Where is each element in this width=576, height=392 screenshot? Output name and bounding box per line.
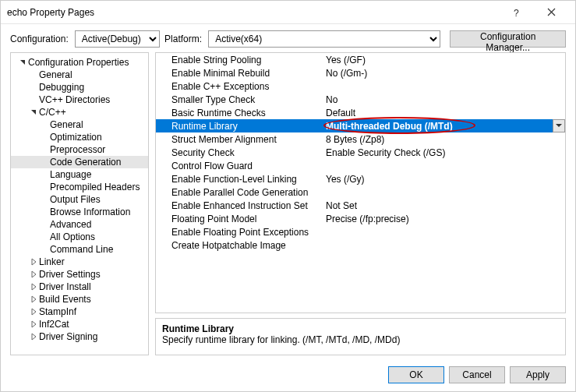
grid-row[interactable]: Create Hotpatchable Image <box>156 238 565 252</box>
tree-item[interactable]: Driver Settings <box>11 268 148 281</box>
tree-item-label: Language <box>50 169 91 180</box>
tree-item[interactable]: Build Events <box>11 293 148 305</box>
tree-item-label: Code Generation <box>50 157 121 168</box>
tree-item-label: All Options <box>50 231 95 242</box>
tree-item[interactable]: Code Generation <box>11 156 148 168</box>
description-text: Specify runtime library for linking. (/M… <box>162 334 559 345</box>
grid-row[interactable]: Enable Enhanced Instruction SetNot Set <box>156 199 565 212</box>
chevron-down-icon[interactable] <box>19 58 28 66</box>
chevron-right-icon[interactable] <box>30 295 39 303</box>
grid-label: Basic Runtime Checks <box>171 108 326 118</box>
tree-item[interactable]: Configuration Properties <box>11 56 148 69</box>
grid-value: Default <box>326 108 565 118</box>
tree-item-label: Browse Information <box>50 207 130 217</box>
grid-value: Not Set <box>326 200 565 211</box>
grid-label: Enable Minimal Rebuild <box>171 68 326 79</box>
tree-item-label: Build Events <box>39 294 91 305</box>
grid-value: No (/Gm-) <box>326 68 565 79</box>
property-grid[interactable]: Enable String PoolingYes (/GF)Enable Min… <box>155 52 566 313</box>
tree-item[interactable]: Precompiled Headers <box>11 181 148 193</box>
help-icon[interactable]: ? <box>499 2 534 23</box>
tree-pane[interactable]: Configuration PropertiesGeneralDebugging… <box>10 52 149 355</box>
tree-item[interactable]: Optimization <box>11 131 148 143</box>
tree-item[interactable]: C/C++ <box>11 106 148 118</box>
tree-item[interactable]: StampInf <box>11 305 148 318</box>
grid-row[interactable]: Enable String PoolingYes (/GF) <box>156 53 565 66</box>
grid-row[interactable]: Enable Minimal RebuildNo (/Gm-) <box>156 66 565 79</box>
titlebar: echo Property Pages ? <box>1 1 575 24</box>
grid-label: Runtime Library <box>171 121 326 132</box>
chevron-right-icon[interactable] <box>30 308 39 316</box>
grid-row[interactable]: Enable Function-Level LinkingYes (/Gy) <box>156 172 565 185</box>
config-label: Configuration: <box>10 34 69 44</box>
tree-item-label: Preprocessor <box>50 144 105 155</box>
tree-item[interactable]: General <box>11 118 148 131</box>
footer: OK Cancel Apply <box>1 362 575 391</box>
grid-label: Smaller Type Check <box>171 94 326 105</box>
grid-row[interactable]: Smaller Type CheckNo <box>156 93 565 106</box>
tree-item-label: StampInf <box>39 306 76 317</box>
grid-row[interactable]: Struct Member Alignment8 Bytes (/Zp8) <box>156 132 565 146</box>
chevron-right-icon[interactable] <box>30 258 39 266</box>
tree-item-label: Configuration Properties <box>28 57 129 68</box>
tree-item[interactable]: Advanced <box>11 218 148 231</box>
grid-value: Yes (/Gy) <box>326 174 565 185</box>
tree-item[interactable]: Driver Signing <box>11 330 148 343</box>
grid-label: Enable String Pooling <box>171 55 326 65</box>
tree-item-label: VC++ Directories <box>39 94 110 105</box>
tree-item[interactable]: VC++ Directories <box>11 94 148 106</box>
tree-item-label: Command Line <box>50 244 113 255</box>
tree-item[interactable]: Command Line <box>11 243 148 256</box>
grid-label: Enable Enhanced Instruction Set <box>171 200 326 211</box>
grid-value: Yes (/GF) <box>326 55 565 65</box>
grid-label: Enable Parallel Code Generation <box>171 187 326 198</box>
tree-item[interactable]: Browse Information <box>11 206 148 218</box>
dropdown-icon[interactable] <box>553 119 565 132</box>
close-icon[interactable] <box>534 2 569 23</box>
grid-row[interactable]: Enable C++ Exceptions <box>156 79 565 93</box>
grid-row[interactable]: Basic Runtime ChecksDefault <box>156 106 565 119</box>
grid-row[interactable]: Runtime LibraryMulti-threaded Debug (/MT… <box>156 119 565 132</box>
config-select[interactable]: Active(Debug) <box>75 30 160 48</box>
cancel-button[interactable]: Cancel <box>449 366 505 383</box>
chevron-right-icon[interactable] <box>30 270 39 278</box>
config-row: Configuration: Active(Debug) Platform: A… <box>1 24 575 52</box>
grid-value: Precise (/fp:precise) <box>326 214 565 224</box>
grid-label: Control Flow Guard <box>171 161 326 171</box>
chevron-right-icon[interactable] <box>30 283 39 291</box>
tree-item-label: Precompiled Headers <box>50 182 140 192</box>
tree-item[interactable]: General <box>11 69 148 81</box>
tree-item[interactable]: Debugging <box>11 81 148 94</box>
apply-button[interactable]: Apply <box>510 366 566 383</box>
grid-row[interactable]: Enable Floating Point Exceptions <box>156 225 565 238</box>
config-manager-button[interactable]: Configuration Manager... <box>450 30 566 48</box>
svg-text:?: ? <box>514 8 519 18</box>
tree-item-label: Advanced <box>50 219 91 230</box>
chevron-right-icon[interactable] <box>30 333 39 341</box>
grid-row[interactable]: Enable Parallel Code Generation <box>156 185 565 199</box>
grid-row[interactable]: Floating Point ModelPrecise (/fp:precise… <box>156 212 565 225</box>
grid-row[interactable]: Security CheckEnable Security Check (/GS… <box>156 146 565 159</box>
grid-row[interactable]: Control Flow Guard <box>156 159 565 172</box>
grid-label: Create Hotpatchable Image <box>171 240 326 251</box>
tree-item[interactable]: Inf2Cat <box>11 318 148 330</box>
tree-item[interactable]: Driver Install <box>11 281 148 293</box>
chevron-right-icon[interactable] <box>30 320 39 328</box>
grid-label: Floating Point Model <box>171 214 326 224</box>
tree-item-label: General <box>50 119 83 130</box>
chevron-down-icon[interactable] <box>30 108 39 116</box>
grid-label: Security Check <box>171 147 326 158</box>
grid-value: Enable Security Check (/GS) <box>326 147 565 158</box>
tree-item[interactable]: All Options <box>11 231 148 243</box>
description-title: Runtime Library <box>162 323 559 334</box>
tree-item[interactable]: Linker <box>11 256 148 268</box>
tree-item-label: Driver Settings <box>39 269 101 280</box>
platform-select[interactable]: Active(x64) <box>208 30 440 48</box>
tree-item[interactable]: Language <box>11 168 148 181</box>
tree-item-label: C/C++ <box>39 107 66 118</box>
ok-button[interactable]: OK <box>388 366 444 383</box>
grid-value: 8 Bytes (/Zp8) <box>326 134 565 145</box>
tree-item[interactable]: Preprocessor <box>11 143 148 156</box>
grid-label: Enable Floating Point Exceptions <box>171 227 326 238</box>
tree-item[interactable]: Output Files <box>11 193 148 206</box>
